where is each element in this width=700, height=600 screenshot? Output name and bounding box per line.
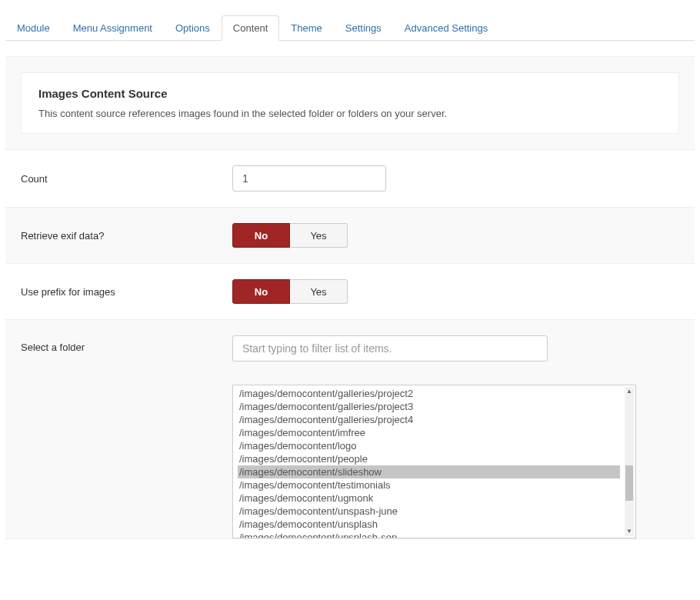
- list-item[interactable]: /images/democontent/slideshow: [238, 465, 620, 478]
- folder-list-scrollbar[interactable]: ▲ ▼: [625, 387, 634, 536]
- intro-desc: This content source references images fo…: [38, 108, 662, 119]
- tab-content[interactable]: Content: [222, 15, 280, 41]
- folder-list[interactable]: /images/democontent/galleries/project2/i…: [233, 385, 625, 538]
- list-item[interactable]: /images/democontent/unsplash: [238, 518, 620, 531]
- prefix-no-button[interactable]: No: [232, 279, 290, 304]
- folder-label: Select a folder: [21, 335, 232, 353]
- list-item[interactable]: /images/democontent/galleries/project4: [238, 413, 620, 426]
- list-item[interactable]: /images/democontent/ugmonk: [238, 492, 620, 505]
- scroll-thumb[interactable]: [625, 465, 633, 501]
- list-item[interactable]: /images/democontent/testimonials: [238, 478, 620, 492]
- intro-box: Images Content Source This content sourc…: [21, 72, 679, 134]
- list-item[interactable]: /images/democontent/logo: [238, 439, 620, 452]
- list-item[interactable]: /images/democontent/unsplash-sep: [238, 531, 620, 538]
- prefix-yes-button[interactable]: Yes: [290, 279, 348, 304]
- exif-no-button[interactable]: No: [232, 223, 290, 248]
- list-item[interactable]: /images/democontent/unspash-june: [238, 505, 620, 518]
- list-item[interactable]: /images/democontent/imfree: [238, 426, 620, 439]
- exif-label: Retrieve exif data?: [21, 230, 232, 242]
- tab-advanced-settings[interactable]: Advanced Settings: [393, 15, 499, 41]
- tab-module[interactable]: Module: [5, 15, 62, 41]
- exif-yes-button[interactable]: Yes: [290, 223, 348, 248]
- scroll-up-icon[interactable]: ▲: [625, 387, 634, 396]
- intro-title: Images Content Source: [38, 87, 662, 100]
- tabs-bar: ModuleMenu AssignmentOptionsContentTheme…: [5, 15, 695, 41]
- list-item[interactable]: /images/democontent/galleries/project3: [238, 400, 620, 413]
- list-item[interactable]: /images/democontent/galleries/project2: [238, 387, 620, 400]
- tab-menu-assignment[interactable]: Menu Assignment: [62, 15, 164, 41]
- folder-filter-input[interactable]: [232, 335, 548, 362]
- prefix-label: Use prefix for images: [21, 286, 232, 298]
- count-input[interactable]: [232, 165, 386, 192]
- count-label: Count: [21, 173, 232, 185]
- folder-list-container: /images/democontent/galleries/project2/i…: [232, 385, 636, 538]
- list-item[interactable]: /images/democontent/people: [238, 452, 620, 465]
- exif-toggle: No Yes: [232, 223, 348, 248]
- tab-options[interactable]: Options: [164, 15, 222, 41]
- prefix-toggle: No Yes: [232, 279, 348, 304]
- tab-theme[interactable]: Theme: [279, 15, 333, 41]
- tab-settings[interactable]: Settings: [334, 15, 393, 41]
- scroll-down-icon[interactable]: ▼: [625, 527, 634, 536]
